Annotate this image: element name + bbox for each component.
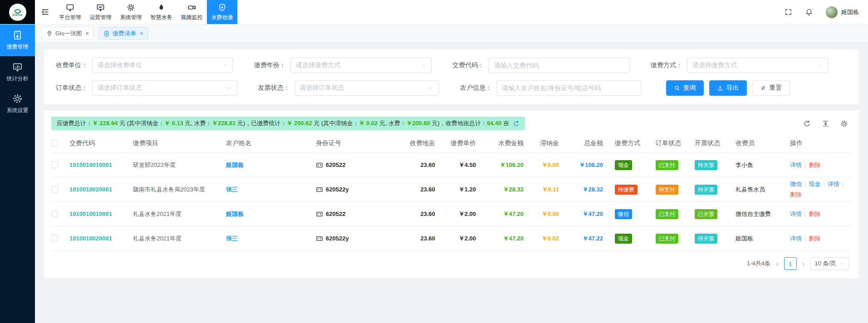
summary-segment: ￥228.81 <box>212 120 236 127</box>
page-number[interactable]: 1 <box>784 257 797 270</box>
delete-action-link[interactable]: 删除 <box>809 210 820 218</box>
delete-action-link[interactable]: 删除 <box>809 235 820 243</box>
export-button[interactable]: 导出 <box>709 80 747 96</box>
select-placeholder: 请选择订单状态 <box>300 84 429 92</box>
delete-action-link[interactable]: 删除 <box>809 161 820 169</box>
row-checkbox[interactable] <box>51 162 58 168</box>
delete-action-link[interactable]: 删除 <box>790 191 802 199</box>
fullscreen-icon[interactable] <box>785 8 792 16</box>
row-action-link[interactable]: 详情 <box>790 235 802 243</box>
col-header: 收费员 <box>736 139 790 147</box>
table-panel: 应缴费总计：￥ 228.94 元 (其中滞纳金：￥ 0.13 元, 水费：￥22… <box>44 111 859 278</box>
sidebar-item-settings[interactable]: 系统设置 <box>0 88 35 120</box>
cell-unit-price: ￥1.20 <box>441 186 482 194</box>
cell-late-fee: ￥0.00 <box>530 161 565 169</box>
pay-method-badge: 微信 <box>615 209 632 219</box>
pay-code-input[interactable] <box>489 58 630 73</box>
col-header: 农户姓名 <box>226 139 316 147</box>
nav-item-smart-water[interactable]: 智慧水务 <box>146 0 177 24</box>
density-icon[interactable] <box>822 120 829 127</box>
cell-water-amount: ￥47.20 <box>482 210 530 218</box>
nav-item-system[interactable]: 系统管理 <box>116 0 146 24</box>
select-all-checkbox[interactable] <box>51 140 58 147</box>
sidebar-item-payment[interactable]: 缴费管理 <box>0 24 35 56</box>
cell-area: 23.60 <box>403 162 441 168</box>
bell-icon[interactable] <box>805 8 813 16</box>
summary-segment: 94.40 <box>487 120 502 127</box>
nav-item-label: 水费收缴 <box>211 14 233 21</box>
id-card-icon <box>316 210 323 218</box>
row-checkbox[interactable] <box>51 235 58 242</box>
pagination: 1-4共4条 ‹ 1 › 10 条/页 <box>51 251 852 274</box>
summary-segment: ￥ 200.62 <box>286 120 312 127</box>
tab-gis-map[interactable]: Gis一张图 × <box>41 27 94 40</box>
nav-item-operation[interactable]: 运营管理 <box>85 0 116 24</box>
summary-segment: 元)， <box>430 120 446 127</box>
nav-item-label: 系统管理 <box>120 14 142 21</box>
order-status-select[interactable]: 请选择订单状态 <box>92 80 237 96</box>
cell-unit-price: ￥4.50 <box>441 161 482 169</box>
farmer-info-input[interactable] <box>496 80 642 96</box>
row-checkbox[interactable] <box>51 186 58 193</box>
nav-item-water-fee[interactable]: 水费收缴 <box>207 0 237 24</box>
map-pin-icon <box>46 30 53 37</box>
row-action-link[interactable]: 详情 <box>828 180 839 188</box>
select-placeholder: 请选择缴费方式 <box>296 61 421 69</box>
action-separator: | <box>842 181 843 188</box>
row-action-link[interactable]: 详情 <box>790 161 802 169</box>
payment-year-select[interactable]: 请选择缴费方式 <box>290 58 432 73</box>
row-checkbox[interactable] <box>51 210 58 217</box>
cell-project: 礼县水务2021年度 <box>133 210 226 218</box>
nav-item-video[interactable]: 视频监控 <box>177 0 207 24</box>
row-action-link[interactable]: 详情 <box>790 210 802 218</box>
cell-total-amount: ￥47.20 <box>565 210 609 218</box>
next-page-icon[interactable]: › <box>802 260 805 268</box>
user-menu[interactable]: 姬国栋 <box>826 6 859 18</box>
app-logo: RIEON <box>0 0 35 24</box>
invoice-status-badge: 待开票 <box>695 234 717 244</box>
close-icon[interactable]: × <box>86 30 89 36</box>
chart-monitor-icon <box>96 3 105 12</box>
col-header: 身份证号 <box>316 139 403 147</box>
pay-method-select[interactable]: 请选择缴费方式 <box>687 58 828 73</box>
column-setting-gear-icon[interactable] <box>840 120 848 127</box>
summary-segment: 元)， <box>235 120 251 127</box>
menu-fold-icon[interactable] <box>35 0 55 24</box>
farmer-name-link[interactable]: 张三 <box>226 235 238 242</box>
invoice-status-select[interactable]: 请选择订单状态 <box>294 80 440 96</box>
farmer-name-link[interactable]: 张三 <box>226 186 238 193</box>
tab-payment-list[interactable]: 缴费清单 × <box>98 27 148 40</box>
charge-unit-select[interactable]: 请选择收费单位 <box>92 58 233 73</box>
cell-area: 23.60 <box>403 235 441 242</box>
cell-project: 礼县水务2021年度 <box>133 235 226 243</box>
filter-charge-unit: 收费单位： 请选择收费单位 <box>55 58 253 73</box>
col-header: 交费代码 <box>69 139 133 147</box>
cell-late-fee: ￥0.02 <box>530 235 565 243</box>
water-meter-icon <box>12 30 23 40</box>
sidebar-item-label: 统计分析 <box>7 75 29 83</box>
cell-actions: 详情|删除 <box>790 161 852 169</box>
table-row: 1010010010001 礼县水务2021年度 姬国栋 620522 23.6… <box>51 202 852 226</box>
action-separator: | <box>804 235 806 242</box>
sidebar-item-statistics[interactable]: 统计分析 <box>0 56 35 88</box>
page-size-select[interactable]: 10 条/页 <box>810 257 849 270</box>
row-action-link[interactable]: 微信 <box>790 180 802 188</box>
row-action-link[interactable]: 现金 <box>809 180 820 188</box>
stats-monitor-icon <box>12 62 23 72</box>
prev-page-icon[interactable]: ‹ <box>776 260 779 268</box>
filter-label: 交费代码： <box>451 61 489 69</box>
summary-refresh-icon[interactable] <box>513 120 520 127</box>
col-header: 开票状态 <box>695 139 736 147</box>
reload-icon[interactable] <box>803 120 811 127</box>
farmer-name-link[interactable]: 姬国栋 <box>226 162 244 168</box>
search-button[interactable]: 查询 <box>666 80 704 96</box>
select-placeholder: 请选择缴费方式 <box>692 61 817 69</box>
chevron-down-icon <box>817 63 823 68</box>
reset-button[interactable]: 重置 <box>752 80 790 96</box>
summary-segment: 元 <box>118 120 127 127</box>
nav-item-platform[interactable]: 平台管理 <box>55 0 85 24</box>
id-card-number: 620522 <box>326 210 345 217</box>
sidebar-item-label: 系统设置 <box>7 107 29 114</box>
close-icon[interactable]: × <box>140 30 143 36</box>
farmer-name-link[interactable]: 姬国栋 <box>226 210 244 217</box>
